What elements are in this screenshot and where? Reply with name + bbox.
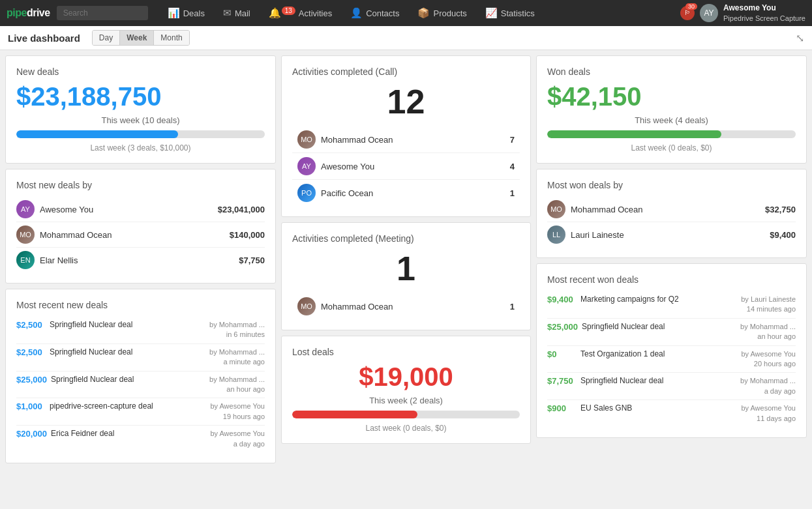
activities-call-count: 12 — [292, 82, 520, 121]
recent-name: Erica Feidner deal — [51, 429, 206, 438]
top-navigation: pipedrive 📊 Deals ✉ Mail 🔔 13 Activities… — [0, 0, 812, 26]
recent-amount: $1,000 — [16, 401, 46, 411]
month-button[interactable]: Month — [154, 31, 188, 45]
user-sub: Pipedrive Screen Capture — [723, 14, 805, 23]
page-title: Live dashboard — [8, 33, 80, 44]
new-deals-card: New deals $23,188,750 This week (10 deal… — [5, 55, 276, 164]
activities-meeting-count: 1 — [292, 249, 520, 288]
avatar: MO — [297, 130, 316, 149]
time-period-buttons: Day Week Month — [92, 30, 190, 46]
week-button[interactable]: Week — [120, 31, 154, 45]
nav-deals[interactable]: 📊 Deals — [158, 0, 214, 26]
won-deals-last-week: Last week (0 deals, $0) — [547, 143, 796, 153]
avatar: LL — [547, 225, 565, 244]
user-name: Awesome You — [723, 3, 805, 14]
won-amount: $7,750 — [547, 376, 577, 386]
expand-icon[interactable]: ⤡ — [796, 32, 804, 44]
deal-name: Awesome You — [40, 205, 218, 214]
activity-name: Pacific Ocean — [321, 188, 510, 198]
recent-amount: $20,000 — [16, 429, 47, 439]
nav-contacts-label: Contacts — [366, 8, 399, 18]
new-deals-week-label: This week (10 deals) — [16, 115, 265, 125]
recent-by: by Awesome You a day ago — [210, 429, 265, 449]
list-item: $20,000 Erica Feidner deal by Awesome Yo… — [16, 426, 265, 452]
won-deals-amount: $42,150 — [547, 82, 796, 111]
day-button[interactable]: Day — [93, 31, 120, 45]
new-deals-last-week: Last week (3 deals, $10,000) — [16, 143, 265, 153]
middle-column: Activities completed (Call) 12 MO Mohamm… — [281, 55, 531, 463]
nav-activities-label: Activities — [299, 8, 332, 18]
won-by: by Lauri Laineste 14 minutes ago — [741, 295, 796, 315]
new-deals-progress-bg — [16, 130, 265, 138]
avatar: MO — [16, 225, 35, 244]
most-won-deals-card: Most won deals by MO Mohammad Ocean $32,… — [536, 169, 807, 258]
won-deal-name: Marketing campaigns for Q2 — [580, 295, 737, 304]
list-item: $1,000 pipedrive-screen-capture deal by … — [16, 398, 265, 426]
list-item: $9,400 Marketing campaigns for Q2 by Lau… — [547, 291, 796, 319]
won-deal-name: EU Sales GNB — [580, 403, 737, 413]
products-icon: 📦 — [417, 7, 430, 19]
lost-deals-progress-bg — [292, 411, 520, 418]
deal-value: $23,041,000 — [218, 205, 265, 214]
statistics-icon: 📈 — [485, 7, 498, 19]
recent-name: pipedrive-screen-capture deal — [50, 401, 206, 411]
nav-activities[interactable]: 🔔 13 Activities — [260, 0, 341, 26]
activities-badge: 13 — [282, 7, 295, 15]
nav-mail[interactable]: ✉ Mail — [214, 0, 260, 26]
won-amount: $25,000 — [547, 322, 578, 332]
deal-value: $140,000 — [230, 230, 265, 240]
left-column: New deals $23,188,750 This week (10 deal… — [5, 55, 276, 463]
list-item: $7,750 Springfield Nuclear deal by Moham… — [547, 373, 796, 400]
deal-row: MO Mohammad Ocean $32,750 — [547, 197, 796, 222]
recent-amount: $2,500 — [16, 347, 46, 357]
won-by: by Awesome You 20 hours ago — [741, 349, 796, 370]
list-item: $900 EU Sales GNB by Awesome You 11 days… — [547, 400, 796, 427]
list-item: $0 Test Organization 1 deal by Awesome Y… — [547, 346, 796, 373]
lost-deals-title: Lost deals — [292, 347, 520, 357]
lost-deals-week: This week (2 deals) — [292, 396, 520, 405]
nav-products[interactable]: 📦 Products — [408, 0, 475, 26]
avatar: AY — [297, 157, 316, 175]
recent-amount: $2,500 — [16, 320, 46, 330]
lost-deals-progress-fill — [292, 411, 417, 418]
nav-contacts[interactable]: 👤 Contacts — [341, 0, 408, 26]
won-deal-name: Test Organization 1 deal — [580, 349, 737, 358]
deal-value: $9,400 — [770, 230, 796, 240]
nav-mail-label: Mail — [235, 8, 250, 18]
list-item: $25,000 Springfield Nuclear deal by Moha… — [16, 371, 265, 399]
logo: pipedrive — [7, 7, 50, 19]
contacts-icon: 👤 — [350, 7, 363, 19]
won-deals-card: Won deals $42,150 This week (4 deals) La… — [536, 55, 807, 164]
avatar: PO — [297, 184, 316, 202]
avatar: AY — [700, 4, 718, 22]
activity-count: 1 — [510, 302, 515, 312]
nav-items: 📊 Deals ✉ Mail 🔔 13 Activities 👤 Contact… — [158, 0, 680, 26]
subheader: Live dashboard Day Week Month ⤡ — [0, 26, 812, 50]
user-info: Awesome You Pipedrive Screen Capture — [723, 3, 805, 23]
won-amount: $0 — [547, 349, 577, 359]
nav-statistics[interactable]: 📈 Statistics — [476, 0, 544, 26]
list-item: $25,000 Springfield Nuclear deal by Moha… — [547, 319, 796, 346]
deals-icon: 📊 — [168, 7, 180, 19]
search-input[interactable] — [57, 6, 148, 20]
activity-person-row: PO Pacific Ocean 1 — [292, 180, 520, 206]
right-column: Won deals $42,150 This week (4 deals) La… — [536, 55, 807, 463]
lost-deals-last-week: Last week (0 deals, $0) — [292, 424, 520, 433]
activities-call-title: Activities completed (Call) — [292, 66, 520, 77]
won-deal-name: Springfield Nuclear deal — [582, 322, 736, 331]
recent-name: Springfield Nuclear deal — [50, 320, 205, 329]
recent-by: by Awesome You 19 hours ago — [210, 401, 265, 422]
activity-count: 4 — [510, 162, 515, 171]
activity-name: Mohammad Ocean — [321, 135, 510, 145]
recent-name: Springfield Nuclear deal — [51, 375, 205, 384]
won-deals-title: Won deals — [547, 66, 796, 77]
activity-name: Awesome You — [321, 162, 510, 171]
nav-statistics-label: Statistics — [501, 8, 535, 18]
nav-deals-label: Deals — [183, 8, 205, 18]
won-deal-name: Springfield Nuclear deal — [580, 376, 736, 385]
activity-count: 7 — [510, 135, 515, 145]
new-deals-progress-fill — [16, 130, 178, 138]
avatar: MO — [547, 200, 565, 218]
most-new-deals-title: Most new deals by — [16, 180, 265, 190]
deal-row: MO Mohammad Ocean $140,000 — [16, 222, 265, 248]
